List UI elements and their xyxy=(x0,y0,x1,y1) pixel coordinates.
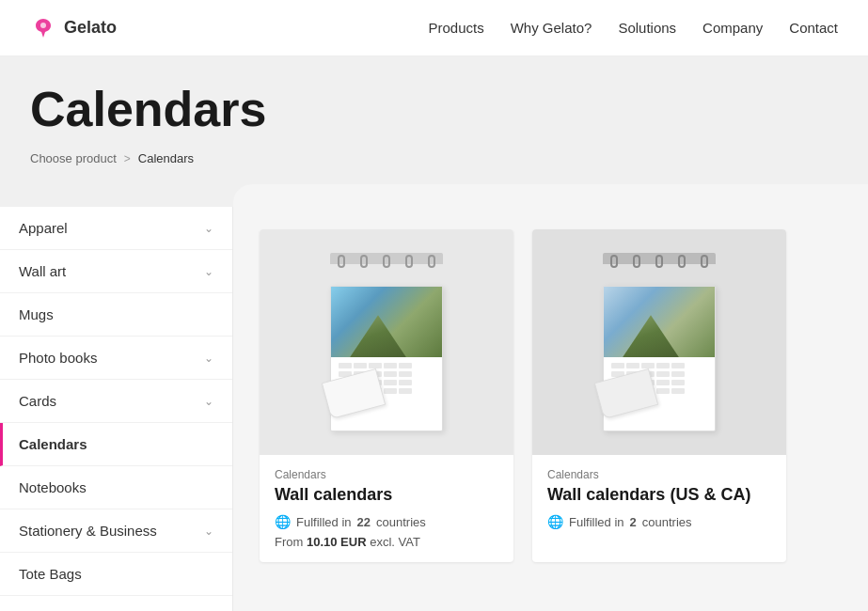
logo[interactable]: Gelato xyxy=(30,15,117,41)
product-name-2: Wall calendars (US & CA) xyxy=(547,485,771,505)
sidebar-label-cards: Cards xyxy=(19,393,56,409)
cal-ring xyxy=(610,255,618,268)
page-title: Calendars xyxy=(30,83,838,136)
nav-why-gelato[interactable]: Why Gelato? xyxy=(511,20,592,36)
sidebar-label-mugs: Mugs xyxy=(19,306,54,322)
fulfillment-text-2: Fulfilled in xyxy=(569,515,624,529)
cal-ring xyxy=(678,255,686,268)
curve-divider xyxy=(0,184,868,207)
product-info-wall-calendars: Calendars Wall calendars 🌐 Fulfilled in … xyxy=(260,455,513,562)
sidebar-label-wall-art: Wall art xyxy=(19,263,66,279)
product-info-wall-calendars-us-ca: Calendars Wall calendars (US & CA) 🌐 Ful… xyxy=(532,455,786,548)
product-name-1: Wall calendars xyxy=(275,485,498,505)
breadcrumb-parent[interactable]: Choose product xyxy=(30,151,117,165)
product-image-wall-calendars xyxy=(260,229,513,455)
sidebar-item-calendars[interactable]: Calendars xyxy=(0,423,232,466)
price-suffix-1: excl. VAT xyxy=(370,535,420,549)
cal-cell xyxy=(671,371,685,377)
fulfillment-count-1: 22 xyxy=(357,515,371,529)
cal-row xyxy=(339,363,434,368)
sidebar-label-apparel: Apparel xyxy=(19,220,68,236)
nav-company[interactable]: Company xyxy=(702,20,763,36)
cal-ring xyxy=(405,255,413,268)
cal-cell xyxy=(626,363,639,368)
calendar-illustration-2 xyxy=(593,253,725,431)
cal-ring xyxy=(360,255,368,268)
main-nav: Products Why Gelato? Solutions Company C… xyxy=(428,20,838,36)
product-category-2: Calendars xyxy=(547,468,771,481)
cal-cell xyxy=(339,363,352,368)
sidebar-label-stationery: Stationery & Business xyxy=(19,523,157,539)
product-card-wall-calendars[interactable]: Calendars Wall calendars 🌐 Fulfilled in … xyxy=(260,229,513,562)
sidebar-item-stationery[interactable]: Stationery & Business ⌄ xyxy=(0,509,232,553)
breadcrumb: Choose product > Calendars xyxy=(30,151,838,184)
svg-point-0 xyxy=(40,23,46,28)
header: Gelato Products Why Gelato? Solutions Co… xyxy=(0,0,868,56)
cal-cell xyxy=(656,363,670,368)
sidebar-label-calendars: Calendars xyxy=(19,436,87,452)
nav-solutions[interactable]: Solutions xyxy=(618,20,676,36)
cal-cell xyxy=(671,388,685,394)
sidebar: Apparel ⌄ Wall art ⌄ Mugs Photo books ⌄ … xyxy=(0,207,233,611)
globe-icon-2: 🌐 xyxy=(547,514,563,529)
product-card-wall-calendars-us-ca[interactable]: Calendars Wall calendars (US & CA) 🌐 Ful… xyxy=(532,229,786,562)
sidebar-item-apparel[interactable]: Apparel ⌄ xyxy=(0,207,232,250)
price-value-1: 10.10 EUR xyxy=(307,535,367,549)
cal-rings xyxy=(330,255,443,268)
cal-cell xyxy=(399,380,412,385)
cal-photo xyxy=(331,287,442,357)
fulfillment-text-1: Fulfilled in xyxy=(296,515,352,529)
chevron-icon-cards: ⌄ xyxy=(204,395,213,408)
product-fulfillment-1: 🌐 Fulfilled in 22 countries xyxy=(275,514,498,529)
sidebar-item-cards[interactable]: Cards ⌄ xyxy=(0,380,232,423)
product-fulfillment-2: 🌐 Fulfilled in 2 countries xyxy=(547,514,771,529)
cal-cell xyxy=(399,371,412,377)
cal-photo-2 xyxy=(604,287,715,357)
gelato-logo-icon xyxy=(30,15,56,41)
globe-icon-1: 🌐 xyxy=(275,514,291,529)
cal-ring xyxy=(338,255,345,268)
main-layout: Apparel ⌄ Wall art ⌄ Mugs Photo books ⌄ … xyxy=(0,207,868,611)
product-price-1: From 10.10 EUR excl. VAT xyxy=(275,535,498,549)
sidebar-label-notebooks: Notebooks xyxy=(19,479,87,495)
breadcrumb-separator: > xyxy=(124,152,131,165)
nav-products[interactable]: Products xyxy=(428,20,483,36)
nav-contact[interactable]: Contact xyxy=(789,20,838,36)
cal-cell xyxy=(611,363,624,368)
chevron-icon-wall-art: ⌄ xyxy=(204,265,213,278)
product-category-1: Calendars xyxy=(275,468,498,481)
content-area: Calendars Wall calendars 🌐 Fulfilled in … xyxy=(233,207,868,611)
cal-cell xyxy=(656,371,670,377)
cal-ring xyxy=(633,255,640,268)
sidebar-item-mugs[interactable]: Mugs xyxy=(0,293,232,337)
cal-cell xyxy=(399,363,412,368)
cal-cell xyxy=(399,388,412,394)
cal-cell xyxy=(384,388,397,394)
price-prefix-1: From xyxy=(275,535,303,549)
chevron-icon-apparel: ⌄ xyxy=(204,222,213,235)
page-title-section: Calendars xyxy=(0,56,868,136)
logo-text: Gelato xyxy=(64,18,117,38)
breadcrumb-current: Calendars xyxy=(138,151,194,165)
calendar-illustration-1 xyxy=(321,253,452,431)
cal-cell xyxy=(656,388,670,394)
fulfillment-suffix-2: countries xyxy=(642,515,692,529)
sidebar-item-notebooks[interactable]: Notebooks xyxy=(0,466,232,509)
breadcrumb-section: Choose product > Calendars xyxy=(0,136,868,184)
cal-cell xyxy=(656,380,670,385)
sidebar-item-tote-bags[interactable]: Tote Bags xyxy=(0,553,232,596)
cal-row xyxy=(611,363,707,368)
fulfillment-count-2: 2 xyxy=(630,515,637,529)
cal-cell xyxy=(354,363,367,368)
sidebar-item-photo-books[interactable]: Photo books ⌄ xyxy=(0,337,232,380)
chevron-icon-stationery: ⌄ xyxy=(204,525,213,538)
sidebar-item-wall-art[interactable]: Wall art ⌄ xyxy=(0,250,232,293)
sidebar-label-tote-bags: Tote Bags xyxy=(19,566,82,582)
cal-rings-2 xyxy=(603,255,716,268)
cal-cell xyxy=(384,380,397,385)
cal-ring xyxy=(383,255,390,268)
fulfillment-suffix-1: countries xyxy=(376,515,426,529)
cal-cell xyxy=(671,380,685,385)
cal-cell xyxy=(384,371,397,377)
product-image-wall-calendars-us-ca xyxy=(532,229,786,455)
